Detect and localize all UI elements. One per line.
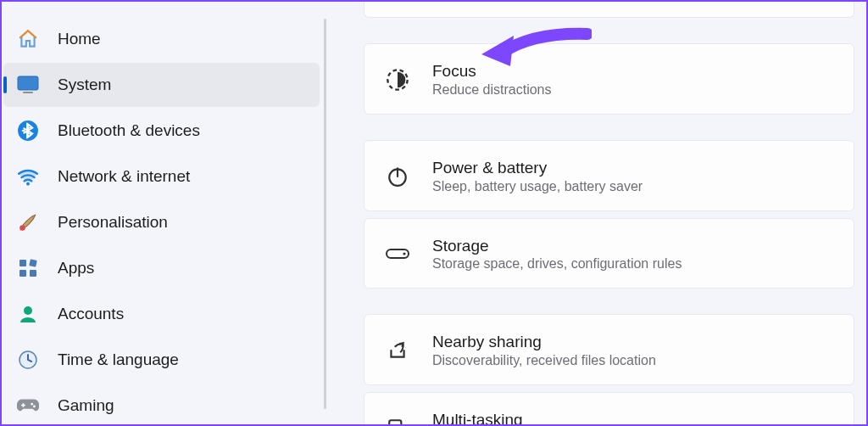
sidebar-item-time[interactable]: Time & language: [3, 338, 320, 382]
settings-card-storage[interactable]: Storage Storage space, drives, configura…: [364, 218, 854, 289]
settings-card-focus[interactable]: Focus Reduce distractions: [364, 43, 854, 115]
settings-sidebar: Home System Bluetooth & devices Network …: [2, 2, 326, 424]
multi-icon: [385, 416, 410, 424]
card-subtitle: Sleep, battery usage, battery saver: [432, 178, 643, 195]
storage-icon: [385, 241, 410, 266]
brush-icon: [17, 211, 39, 233]
card-subtitle: Discoverability, received files location: [432, 352, 656, 369]
card-title: Nearby sharing: [432, 332, 656, 352]
svg-rect-7: [19, 270, 26, 277]
svg-point-16: [403, 253, 405, 255]
card-text: Multi-tasking Snap windows, desktops, ta…: [432, 410, 674, 424]
card-text: Nearby sharing Discoverability, received…: [432, 332, 656, 369]
gaming-icon: [17, 395, 39, 417]
sidebar-item-gaming[interactable]: Gaming: [3, 384, 320, 426]
share-icon: [385, 338, 410, 363]
svg-point-4: [19, 225, 25, 231]
settings-card-power[interactable]: Power & battery Sleep, battery usage, ba…: [364, 140, 854, 211]
card-title: Focus: [432, 61, 552, 81]
card-text: Focus Reduce distractions: [432, 61, 552, 98]
time-icon: [17, 349, 39, 371]
system-settings-panel: Focus Reduce distractions Power & batter…: [326, 2, 866, 424]
focus-icon: [385, 67, 410, 92]
sidebar-item-label: Gaming: [58, 396, 114, 415]
svg-rect-17: [389, 420, 401, 424]
sidebar-item-label: Network & internet: [58, 167, 190, 186]
sidebar-item-label: Home: [58, 30, 101, 48]
svg-rect-1: [23, 92, 33, 93]
svg-rect-0: [18, 76, 38, 90]
home-icon: [17, 28, 39, 50]
svg-point-12: [33, 406, 36, 408]
sidebar-item-system[interactable]: System: [3, 63, 320, 107]
card-title: Storage: [432, 236, 682, 256]
card-subtitle: Reduce distractions: [432, 81, 552, 98]
card-title: Multi-tasking: [432, 410, 674, 424]
system-icon: [17, 74, 39, 96]
sidebar-item-label: Apps: [58, 259, 94, 277]
sidebar-item-home[interactable]: Home: [3, 17, 320, 61]
settings-card-multitasking[interactable]: Multi-tasking Snap windows, desktops, ta…: [364, 392, 854, 424]
sidebar-divider: [324, 19, 326, 409]
sidebar-item-label: Personalisation: [58, 213, 168, 232]
svg-point-11: [31, 403, 33, 406]
network-icon: [17, 165, 39, 188]
sidebar-item-bluetooth[interactable]: Bluetooth & devices: [3, 109, 320, 153]
settings-card-nearby[interactable]: Nearby sharing Discoverability, received…: [364, 314, 854, 385]
svg-rect-8: [30, 270, 36, 277]
svg-point-9: [24, 306, 32, 315]
card-text: Storage Storage space, drives, configura…: [432, 236, 682, 273]
power-icon: [385, 164, 410, 189]
sidebar-list: Home System Bluetooth & devices Network …: [2, 17, 326, 426]
sidebar-item-accounts[interactable]: Accounts: [3, 292, 320, 336]
sidebar-item-label: Accounts: [58, 305, 124, 323]
accounts-icon: [17, 303, 39, 325]
sidebar-item-label: Bluetooth & devices: [58, 121, 200, 140]
sidebar-item-label: Time & language: [58, 350, 179, 369]
svg-rect-6: [29, 259, 36, 266]
sidebar-item-label: System: [58, 76, 111, 94]
bluetooth-icon: [17, 120, 39, 142]
apps-icon: [17, 257, 39, 279]
sidebar-item-personalisation[interactable]: Personalisation: [3, 200, 320, 244]
sidebar-item-network[interactable]: Network & internet: [3, 154, 320, 199]
sidebar-item-apps[interactable]: Apps: [3, 246, 320, 290]
card-title: Power & battery: [432, 158, 643, 178]
card-text: Power & battery Sleep, battery usage, ba…: [432, 158, 643, 195]
card-subtitle: Storage space, drives, configuration rul…: [432, 255, 682, 272]
settings-card-above-cropped[interactable]: [364, 2, 854, 18]
svg-rect-5: [19, 260, 26, 266]
